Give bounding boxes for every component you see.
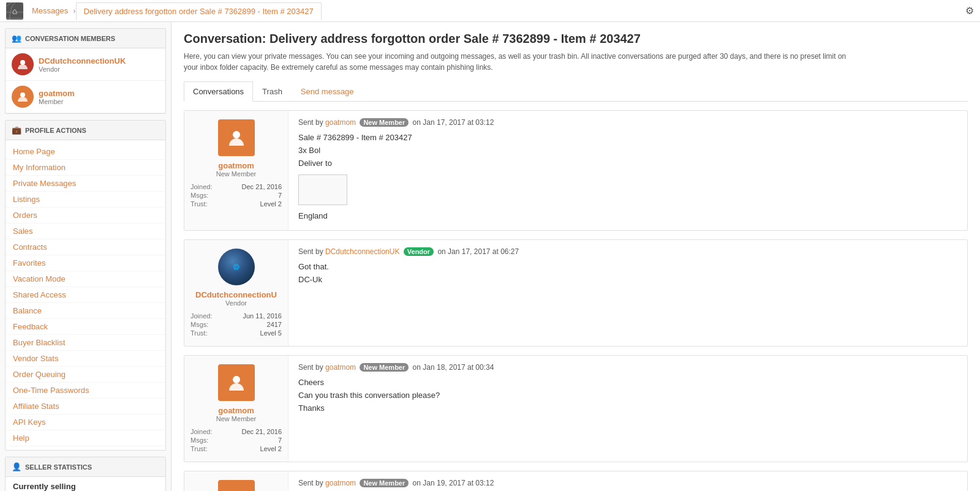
profile-action-item[interactable]: Help: [6, 430, 165, 446]
profile-action-item[interactable]: Favorites: [6, 255, 165, 271]
msgs-value: 7: [278, 192, 282, 199]
vendor-name[interactable]: DCdutchconnectionUK: [39, 56, 126, 66]
profile-action-item[interactable]: Order Queuing: [6, 367, 165, 383]
profile-action-item[interactable]: API Keys: [6, 414, 165, 430]
message-panel: goatmom New Member Joined: Dec 21, 2016 …: [184, 110, 968, 231]
profile-action-item[interactable]: Feedback: [6, 319, 165, 335]
profile-action-item[interactable]: Buyer Blacklist: [6, 335, 165, 351]
nav-separator: ›: [73, 6, 75, 15]
message-panel: goatmom New Member Joined: Dec 21, 2016 …: [184, 471, 968, 491]
profile-action-item[interactable]: Vacation Mode: [6, 271, 165, 287]
member-row-member: goatmom Member: [6, 81, 165, 113]
msgs-value: 2417: [267, 321, 282, 328]
top-navbar: ⌂ Messages › Delivery address forgotton …: [0, 0, 980, 22]
msg-username[interactable]: DCdutchconnectionU: [195, 290, 277, 299]
tab-conversations[interactable]: Conversations: [184, 81, 253, 102]
msg-meta-msgs: Msgs: 2417: [190, 320, 282, 329]
tab-trash[interactable]: Trash: [253, 81, 292, 102]
vendor-role: Vendor: [39, 66, 126, 73]
profile-action-item[interactable]: My Information: [6, 160, 165, 176]
msg-meta-msgs: Msgs: 7: [190, 191, 282, 200]
msg-username[interactable]: goatmom: [218, 406, 254, 415]
profile-action-item[interactable]: Listings: [6, 192, 165, 208]
msg-header: Sent by DCdutchconnectionUK Vendor on Ja…: [298, 247, 957, 256]
msgs-label: Msgs:: [190, 192, 208, 199]
page-title: Conversation: Delivery address forgotton…: [184, 32, 968, 46]
msg-right-panel: Sent by goatmom New Member on Jan 19, 20…: [288, 471, 967, 491]
msg-avatar: [218, 119, 255, 156]
msg-right-panel: Sent by DCdutchconnectionUK Vendor on Ja…: [288, 240, 967, 346]
msg-meta-trust: Trust: Level 5: [190, 329, 282, 337]
messages-container: goatmom New Member Joined: Dec 21, 2016 …: [184, 110, 968, 491]
svg-point-2: [233, 131, 240, 138]
profile-action-item[interactable]: Sales: [6, 223, 165, 239]
msg-body-line: England: [298, 210, 957, 223]
vendor-avatar: [12, 53, 34, 75]
content-area: Conversation: Delivery address forgotton…: [172, 22, 980, 491]
joined-label: Joined:: [190, 428, 212, 435]
member-row-vendor: DCdutchconnectionUK Vendor: [6, 48, 165, 81]
trust-label: Trust:: [190, 329, 208, 337]
msg-meta: Joined: Jun 11, 2016 Msgs: 2417 Trust: L…: [190, 312, 282, 337]
msg-meta: Joined: Dec 21, 2016 Msgs: 7 Trust: Leve…: [190, 427, 282, 453]
profile-action-item[interactable]: Balance: [6, 303, 165, 319]
tab-send-message[interactable]: Send message: [292, 81, 363, 102]
seller-stats-header: 👤 SELLER STATISTICS: [6, 457, 165, 477]
profile-action-item[interactable]: Shared Access: [6, 287, 165, 303]
joined-value: Jun 11, 2016: [243, 312, 282, 320]
msg-header: Sent by goatmom New Member on Jan 17, 20…: [298, 118, 957, 127]
seller-stats-section: 👤 SELLER STATISTICS Currently selling Li…: [5, 457, 166, 491]
msg-left-panel: goatmom New Member Joined: Dec 21, 2016 …: [184, 356, 288, 462]
msg-badge: New Member: [360, 363, 409, 372]
profile-action-item[interactable]: Private Messages: [6, 176, 165, 192]
svg-point-0: [20, 60, 25, 65]
msg-meta-trust: Trust: Level 2: [190, 200, 282, 208]
profile-action-item[interactable]: Vendor Stats: [6, 351, 165, 367]
profile-action-item[interactable]: Orders: [6, 208, 165, 223]
joined-label: Joined:: [190, 183, 212, 190]
msg-body-line: Can you trash this conversation please?: [298, 389, 957, 402]
msg-header: Sent by goatmom New Member on Jan 19, 20…: [298, 479, 957, 487]
svg-point-8: [233, 376, 240, 383]
message-panel: 🌐 DCdutchconnectionU Vendor Joined: Jun …: [184, 239, 968, 347]
msg-avatar: [218, 480, 255, 491]
msg-badge: New Member: [360, 118, 409, 127]
member-avatar: [12, 86, 34, 108]
trust-value: Level 2: [260, 200, 282, 208]
msg-role: Vendor: [225, 299, 247, 307]
svg-point-1: [20, 92, 25, 97]
msg-left-panel: goatmom New Member Joined: Dec 21, 2016 …: [184, 471, 288, 491]
vendor-info: DCdutchconnectionUK Vendor: [39, 56, 126, 73]
nav-settings-icon[interactable]: ⚙: [965, 5, 974, 17]
trust-value: Level 2: [260, 445, 282, 452]
joined-label: Joined:: [190, 312, 212, 320]
msg-meta: Joined: Dec 21, 2016 Msgs: 7 Trust: Leve…: [190, 182, 282, 208]
msg-meta-joined: Joined: Dec 21, 2016: [190, 182, 282, 191]
page-description: Here, you can view your private messages…: [184, 51, 858, 73]
joined-value: Dec 21, 2016: [242, 183, 282, 190]
msg-sender-link[interactable]: goatmom: [325, 363, 356, 372]
msg-username[interactable]: goatmom: [218, 161, 254, 170]
msg-sender-link[interactable]: goatmom: [325, 118, 356, 127]
member-name[interactable]: goatmom: [39, 89, 75, 98]
main-layout: 👥 CONVERSATION MEMBERS DCdutchconnection…: [0, 22, 980, 491]
msg-sender-link[interactable]: goatmom: [325, 479, 356, 487]
profile-action-item[interactable]: Home Page: [6, 144, 165, 160]
profile-action-item[interactable]: One-Time Passwords: [6, 383, 165, 399]
msg-body-line: Thanks: [298, 402, 957, 415]
profile-icon: 💼: [12, 126, 21, 135]
msgs-label: Msgs:: [190, 437, 208, 444]
address-box: [298, 174, 347, 205]
msg-sender-link[interactable]: DCdutchconnectionUK: [325, 247, 399, 256]
profile-action-item[interactable]: Contracts: [6, 239, 165, 255]
member-info: goatmom Member: [39, 89, 75, 105]
message-panel: goatmom New Member Joined: Dec 21, 2016 …: [184, 355, 968, 462]
profile-actions-list: Home PageMy InformationPrivate MessagesL…: [6, 140, 165, 450]
nav-crumb-current[interactable]: Delivery address forgotton order Sale # …: [76, 2, 322, 20]
msgs-value: 7: [278, 437, 282, 444]
msg-role: New Member: [216, 415, 256, 422]
msg-avatar: 🌐: [218, 249, 255, 285]
profile-action-item[interactable]: Affiliate Stats: [6, 399, 165, 414]
msg-body-line: DC-Uk: [298, 274, 957, 287]
message-tabs: ConversationsTrashSend message: [184, 81, 968, 102]
